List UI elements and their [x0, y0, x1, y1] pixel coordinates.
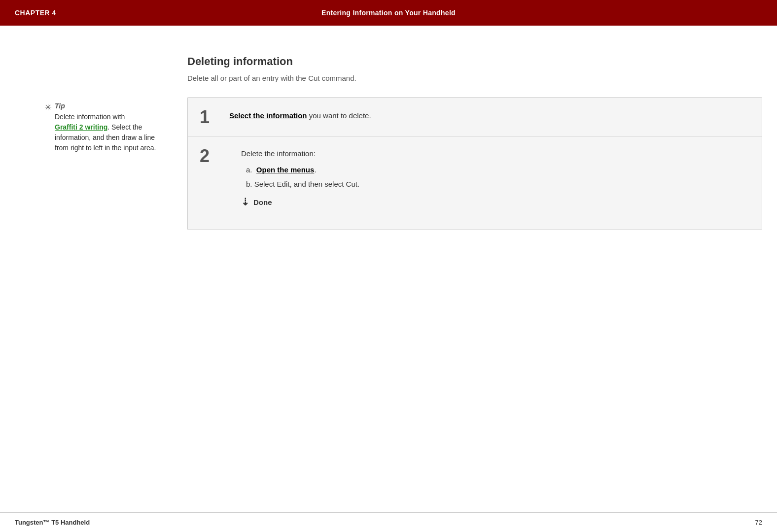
step-1: 1 Select the information you want to del… [188, 98, 762, 136]
sidebar: ✳ Tip Delete information with Graffiti 2… [15, 55, 168, 230]
step-1-select-link[interactable]: Select the information [229, 111, 307, 120]
section-title: Deleting information [187, 55, 762, 68]
done-label: Done [253, 198, 272, 206]
chapter-label: CHAPTER 4 [15, 9, 56, 17]
done-row: ⇣ Done [241, 196, 738, 208]
step-1-number: 1 [200, 108, 229, 126]
done-icon: ⇣ [241, 196, 249, 208]
tip-content: Tip Delete information with Graffiti 2 w… [55, 102, 168, 153]
step-2b: b. Select Edit, and then select Cut. [241, 180, 738, 188]
main-content: ✳ Tip Delete information with Graffiti 2… [0, 26, 777, 260]
step-2a-prefix: a. [246, 166, 252, 174]
step-2a: a. Open the menus. [241, 166, 738, 174]
steps-container: 1 Select the information you want to del… [187, 97, 762, 230]
tip-text: Delete information with Graffiti 2 writi… [55, 112, 168, 153]
step-2: 2 Delete the information: a. Open the me… [188, 136, 762, 230]
tip-line1: Delete information with [55, 113, 125, 121]
step-2a-link[interactable]: Open the menus [256, 166, 315, 174]
step-2-content: Delete the information: a. Open the menu… [229, 146, 750, 220]
step-1-content: Select the information you want to delet… [229, 107, 750, 122]
section-subtitle: Delete all or part of an entry with the … [187, 74, 762, 82]
step-2a-suffix: . [314, 166, 316, 174]
step-2-intro: Delete the information: [241, 149, 738, 158]
step-2-number: 2 [200, 147, 229, 165]
step-1-text: you want to delete. [307, 111, 371, 120]
tip-graffiti-link[interactable]: Graffiti 2 writing [55, 123, 107, 131]
page-header: CHAPTER 4 Entering Information on Your H… [0, 0, 777, 26]
tip-icon: ✳ [44, 102, 52, 113]
page-title: Entering Information on Your Handheld [321, 9, 456, 17]
page-footer: Tungsten™ T5 Handheld 72 [0, 512, 777, 532]
tip-label: Tip [55, 102, 168, 110]
tip-box: ✳ Tip Delete information with Graffiti 2… [44, 102, 168, 153]
footer-page-number: 72 [755, 519, 762, 526]
right-content: Deleting information Delete all or part … [168, 55, 762, 230]
footer-brand: Tungsten™ T5 Handheld [15, 519, 90, 526]
